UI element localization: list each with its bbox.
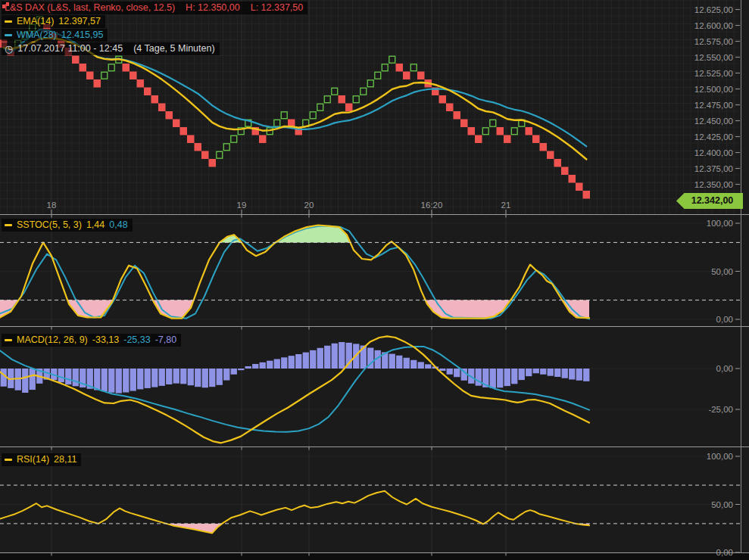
- macd-legend: MACD(12, 26, 9) -33,13 -25,33 -7,80: [2, 334, 181, 347]
- rsi-legend-row[interactable]: RSI(14) 28,11: [2, 453, 81, 466]
- sstoc-line-icon: [5, 224, 12, 226]
- ema-line-icon: [5, 20, 12, 23]
- renko-series-icon: [2, 2, 10, 10]
- instrument-label: L&S DAX (L&S, last, Renko, close, 12.5): [5, 2, 175, 14]
- last-price-badge: 12.342,00: [676, 193, 743, 209]
- macd-signal-value: -25,33: [123, 334, 150, 346]
- wma-legend-row[interactable]: WMA(28) 12.415,95: [2, 29, 108, 42]
- sstoc-legend-row[interactable]: SSTOC(5, 5, 3) 1,44 0,48: [2, 219, 133, 232]
- sstoc-k-value: 1,44: [86, 219, 105, 231]
- svg-text:12.375,00: 12.375,00: [694, 164, 733, 173]
- svg-text:100,00: 100,00: [707, 219, 733, 228]
- svg-text:12.575,00: 12.575,00: [694, 37, 733, 46]
- wma-line-icon: [5, 34, 12, 36]
- trading-chart-window: 12.625,0012.600,0012.575,0012.550,0012.5…: [0, 0, 749, 560]
- main-legend: L&S DAX (L&S, last, Renko, close, 12.5) …: [2, 2, 307, 56]
- wma-value: 12.415,95: [61, 30, 104, 41]
- instrument-legend-row[interactable]: L&S DAX (L&S, last, Renko, close, 12.5) …: [2, 2, 307, 14]
- sstoc-d-value: 0,48: [109, 219, 127, 231]
- svg-text:12.500,00: 12.500,00: [694, 85, 733, 94]
- clock-icon: ◷: [5, 43, 13, 54]
- period-label: (4 Tage, 5 Minuten): [133, 43, 214, 54]
- svg-text:12.600,00: 12.600,00: [694, 21, 733, 30]
- svg-text:0,00: 0,00: [716, 548, 733, 557]
- ema-label: EMA(14): [17, 16, 54, 27]
- session-high: H: 12.350,00: [186, 2, 240, 14]
- svg-text:20: 20: [304, 201, 314, 210]
- macd-hist-value: -7,80: [155, 334, 177, 346]
- svg-text:50,00: 50,00: [711, 500, 733, 509]
- svg-text:12.550,00: 12.550,00: [694, 53, 733, 62]
- macd-value: -33,13: [92, 334, 119, 346]
- macd-line-icon: [5, 339, 12, 341]
- macd-legend-row[interactable]: MACD(12, 26, 9) -33,13 -25,33 -7,80: [2, 334, 181, 347]
- svg-text:21: 21: [501, 201, 511, 210]
- svg-text:19: 19: [237, 201, 247, 210]
- wma-label: WMA(28): [17, 30, 57, 41]
- rsi-line-icon: [5, 459, 12, 461]
- chart-canvas[interactable]: 12.625,0012.600,0012.575,0012.550,0012.5…: [0, 0, 749, 560]
- timestamp-label: 17.07.2017 11:00 - 12:45: [17, 43, 123, 54]
- svg-text:0,00: 0,00: [716, 364, 733, 373]
- timestamp-row: ◷ 17.07.2017 11:00 - 12:45 (4 Tage, 5 Mi…: [2, 42, 220, 55]
- ema-legend-row[interactable]: EMA(14) 12.397,57: [2, 15, 105, 28]
- sstoc-label: SSTOC(5, 5, 3): [17, 219, 82, 231]
- rsi-legend: RSI(14) 28,11: [2, 453, 81, 467]
- session-low: L: 12.337,50: [251, 2, 304, 14]
- svg-text:12.475,00: 12.475,00: [694, 101, 733, 110]
- macd-label: MACD(12, 26, 9): [17, 334, 88, 346]
- svg-text:12.350,00: 12.350,00: [694, 180, 733, 189]
- svg-text:18: 18: [47, 201, 57, 210]
- svg-text:50,00: 50,00: [711, 267, 733, 276]
- svg-text:12.450,00: 12.450,00: [694, 117, 733, 126]
- svg-text:12.525,00: 12.525,00: [694, 69, 733, 78]
- svg-text:-25,00: -25,00: [708, 405, 733, 414]
- svg-text:16:20: 16:20: [421, 201, 443, 210]
- svg-text:0,00: 0,00: [716, 315, 733, 324]
- sstoc-legend: SSTOC(5, 5, 3) 1,44 0,48: [2, 219, 133, 232]
- svg-text:12.625,00: 12.625,00: [694, 5, 733, 14]
- rsi-label: RSI(14): [17, 454, 49, 465]
- rsi-value: 28,11: [54, 454, 76, 465]
- svg-text:12.425,00: 12.425,00: [694, 132, 733, 142]
- svg-text:100,00: 100,00: [707, 452, 733, 461]
- svg-text:12.400,00: 12.400,00: [694, 148, 733, 157]
- ema-value: 12.397,57: [58, 16, 101, 27]
